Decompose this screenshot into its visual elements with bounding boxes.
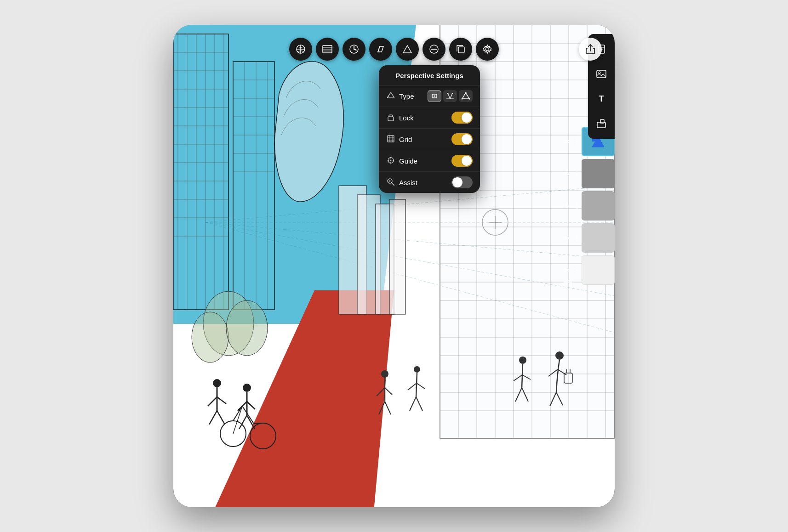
- type-two-point[interactable]: [443, 90, 457, 102]
- eye-icon-2: [562, 171, 570, 176]
- layers-panel: T: [560, 126, 615, 307]
- lock-toggle[interactable]: [451, 112, 473, 124]
- layer-3-visibility[interactable]: [560, 199, 572, 212]
- svg-line-87: [233, 406, 242, 421]
- svg-point-135: [434, 96, 435, 97]
- layer-3-thumbnail: [582, 191, 615, 221]
- svg-point-171: [565, 173, 567, 175]
- settings-gear-icon: [482, 44, 492, 54]
- svg-point-173: [565, 237, 567, 239]
- tool-remove[interactable]: [423, 38, 445, 61]
- svg-line-82: [247, 402, 255, 409]
- svg-point-174: [565, 269, 567, 271]
- triangle-icon: [402, 45, 412, 54]
- svg-line-77: [209, 411, 217, 424]
- type-label: Type: [399, 92, 428, 100]
- svg-point-103: [519, 357, 526, 364]
- svg-rect-146: [388, 136, 394, 142]
- image-icon: [596, 69, 606, 79]
- tool-duplicate[interactable]: [449, 38, 472, 61]
- type-one-point[interactable]: [428, 90, 441, 102]
- layer-2-thumbnail: [582, 159, 615, 188]
- assist-toggle[interactable]: [451, 176, 473, 188]
- layer-5-handle: [572, 266, 582, 274]
- share-button[interactable]: [579, 38, 602, 61]
- svg-point-172: [565, 205, 567, 207]
- tool-clock-assist[interactable]: [343, 38, 365, 61]
- svg-line-107: [515, 388, 522, 402]
- tool-perspective-grid[interactable]: [289, 38, 312, 61]
- layer-2-visibility[interactable]: [560, 167, 572, 180]
- layer-item-2[interactable]: [560, 158, 615, 189]
- svg-line-111: [558, 369, 566, 375]
- tool-hatch[interactable]: [316, 38, 339, 61]
- shape-icon: [596, 119, 606, 129]
- grid-toggle-thumb: [462, 134, 472, 144]
- svg-line-90: [233, 406, 242, 434]
- popup-row-assist: Assist: [379, 172, 480, 193]
- duplicate-icon: [456, 44, 466, 54]
- svg-line-105: [514, 375, 522, 381]
- svg-line-96: [385, 402, 391, 414]
- svg-marker-141: [462, 93, 469, 99]
- layer-5-thumbnail: [582, 255, 615, 285]
- svg-line-88: [242, 406, 254, 424]
- svg-point-131: [486, 48, 489, 51]
- layer-4-handle: [572, 234, 582, 242]
- svg-line-101: [410, 397, 416, 411]
- guide-toggle[interactable]: [451, 155, 473, 167]
- svg-point-109: [555, 351, 564, 360]
- tool-pen[interactable]: [369, 38, 392, 61]
- add-text-button[interactable]: T: [592, 89, 611, 108]
- svg-line-100: [417, 383, 425, 389]
- insert-image-button[interactable]: [592, 64, 611, 84]
- svg-line-106: [522, 375, 531, 379]
- eye-icon-5: [562, 267, 570, 273]
- layer-3-handle: [572, 202, 582, 209]
- eye-icon-3: [562, 203, 570, 209]
- svg-line-127: [378, 46, 380, 52]
- svg-line-112: [550, 392, 556, 406]
- tool-triangle[interactable]: [396, 38, 419, 61]
- lock-toggle-thumb: [462, 113, 472, 123]
- svg-rect-165: [597, 70, 606, 78]
- svg-line-75: [208, 397, 217, 406]
- popup-row-type: Type: [379, 85, 480, 107]
- layer-item-4[interactable]: [560, 222, 615, 254]
- minus-circle-icon: [429, 44, 439, 54]
- pen-icon: [376, 45, 385, 54]
- svg-line-83: [239, 415, 247, 429]
- layer-4-visibility[interactable]: [560, 232, 572, 244]
- layer-1-visibility[interactable]: [560, 135, 572, 148]
- grid-row-icon: [386, 135, 395, 144]
- svg-line-126: [354, 49, 356, 50]
- eye-icon: [562, 139, 570, 144]
- layer-item-3[interactable]: [560, 190, 615, 221]
- assist-toggle-thumb: [452, 177, 463, 187]
- svg-line-99: [408, 383, 417, 390]
- svg-rect-168: [600, 119, 604, 123]
- svg-point-73: [213, 379, 221, 387]
- perspective-type-icon: [387, 92, 394, 99]
- delete-layer-button[interactable]: [560, 277, 576, 293]
- svg-rect-114: [564, 373, 572, 383]
- popup-row-guide: Guide: [379, 150, 480, 172]
- layer-5-visibility[interactable]: [560, 264, 572, 277]
- svg-point-152: [390, 159, 392, 161]
- svg-line-76: [217, 397, 226, 404]
- svg-line-94: [385, 388, 392, 395]
- type-three-point[interactable]: [459, 90, 473, 102]
- shape-button[interactable]: [592, 114, 611, 133]
- svg-point-97: [414, 366, 420, 373]
- layer-4-thumbnail: [582, 223, 615, 253]
- svg-line-137: [448, 93, 450, 99]
- tool-settings[interactable]: [476, 38, 499, 61]
- svg-rect-145: [388, 117, 394, 121]
- top-toolbar: [289, 38, 499, 61]
- svg-line-110: [548, 369, 558, 376]
- svg-line-102: [416, 397, 423, 411]
- grid-toggle[interactable]: [451, 133, 473, 145]
- svg-line-98: [416, 373, 417, 397]
- svg-point-166: [599, 72, 600, 74]
- clock-icon: [349, 44, 359, 54]
